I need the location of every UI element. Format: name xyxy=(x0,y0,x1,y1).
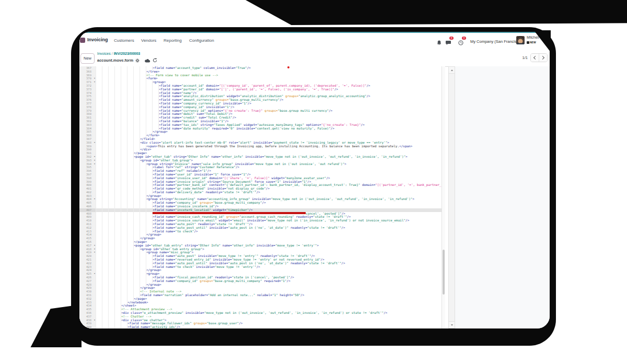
fold-marker-icon[interactable]: ▾ xyxy=(94,272,95,276)
code-line-413[interactable]: 413<field name="to_check"/> xyxy=(79,230,445,233)
code-line-383[interactable]: 383<field name="tax_ids" string="Taxes A… xyxy=(79,123,445,127)
code-line-411[interactable]: 411<field name="auto_post" readonly="sta… xyxy=(79,222,445,226)
code-line-396[interactable]: 396<field name="ref" nolabel="1"/> xyxy=(79,169,445,173)
avatar[interactable] xyxy=(516,36,525,44)
code-line-407[interactable]: 407<field name="incoterm_location" widge… xyxy=(79,208,445,212)
code-line-376[interactable]: 376<field name="amount_currency" groups=… xyxy=(79,98,445,102)
code-line-412[interactable]: 412<field name="auto_post_until" invisib… xyxy=(79,226,445,230)
code-line-428[interactable]: 428</group> xyxy=(79,283,445,287)
code-line-426[interactable]: 426<field name="fiscal_position_id" read… xyxy=(79,276,445,279)
code-line-393[interactable]: 393▾<group id="other_tab_group"> xyxy=(79,159,445,162)
code-line-370[interactable]: 370▾<form> xyxy=(79,77,445,80)
code-line-404[interactable]: 404▾<group string="Accounting" name="acc… xyxy=(79,197,445,201)
code-line-418[interactable]: 418▾<group id="other_tab_entry_group"> xyxy=(79,248,445,251)
code-line-430[interactable]: 430<!-- Internal note --> xyxy=(79,290,445,293)
odoo-logo[interactable] xyxy=(80,38,85,43)
pager-previous-button[interactable] xyxy=(531,54,539,62)
code-line-409[interactable]: 409<field name="invoice_cash_rounding_id… xyxy=(79,215,445,219)
code-line-415[interactable]: 415</group> xyxy=(79,237,445,240)
code-line-403[interactable]: 403</group> xyxy=(79,194,445,198)
menu-customers[interactable]: Customers xyxy=(114,38,134,43)
code-line-400[interactable]: 400<field name="partner_bank_id" context… xyxy=(79,183,445,187)
cloud-save-icon[interactable] xyxy=(145,55,150,65)
fold-marker-icon[interactable]: ▾ xyxy=(94,248,95,251)
code-line-414[interactable]: 414</group> xyxy=(79,233,445,237)
code-line-395[interactable]: 395<label for="ref" string="Customer Ref… xyxy=(79,166,445,169)
company-switcher[interactable]: My Company (San Francisco) xyxy=(470,39,522,44)
code-line-380[interactable]: 380<field name="debit" sum="Total Debit"… xyxy=(79,112,445,116)
code-line-401[interactable]: 401<field name="qr_code_method" invisibl… xyxy=(79,187,445,191)
code-line-416[interactable]: 416</page> xyxy=(79,240,445,244)
fold-marker-icon[interactable]: ▾ xyxy=(94,159,95,162)
xml-code-editor[interactable]: 367<field name="account_type" column_inv… xyxy=(79,66,445,328)
code-line-425[interactable]: 425▾<group> xyxy=(79,272,445,276)
code-line-405[interactable]: 405<field name="company_id" groups="base… xyxy=(79,201,445,205)
code-line-382[interactable]: 382<field name="balance" invisible="1"/> xyxy=(79,120,445,123)
code-line-438[interactable]: 438▾<div class="oe_chatter"> xyxy=(79,319,445,322)
code-line-378[interactable]: 378<field name="company_id" invisible="1… xyxy=(79,105,445,109)
scroll-up-icon[interactable] xyxy=(449,67,455,74)
code-line-427[interactable]: 427<field name="company_id" groups="base… xyxy=(79,279,445,283)
code-line-420[interactable]: 420<field name="auto_post" invisible="mo… xyxy=(79,254,445,258)
code-line-369[interactable]: 369<!-- Form view to cover mobile use --… xyxy=(79,74,445,77)
code-line-419[interactable]: 419▾<group name="misc_group"> xyxy=(79,251,445,254)
code-line-408[interactable]: 408cancel', 'posted']"/> xyxy=(79,212,445,216)
code-line-399[interactable]: 399<field name="invoice_origin" string="… xyxy=(79,180,445,184)
code-line-388[interactable]: 388▾<div class="alert alert-info text-ce… xyxy=(79,141,445,145)
code-line-387[interactable]: 387</field> xyxy=(79,137,445,141)
code-line-372[interactable]: 372<field name="account_id" domain="[('c… xyxy=(79,84,445,88)
code-line-436[interactable]: 436<div class="o_attachment_preview" inv… xyxy=(79,311,445,315)
code-line-423[interactable]: 423<field name="to_check" invisible="mov… xyxy=(79,265,445,269)
menu-configuration[interactable]: Configuration xyxy=(189,38,214,43)
code-line-402[interactable]: 402<field name="delivery_date" readonly=… xyxy=(79,191,445,194)
code-line-434[interactable]: 434</sheet> xyxy=(79,304,445,308)
code-line-406[interactable]: 406<field name="invoice_incoterm_id"/> xyxy=(79,205,445,208)
bell-icon[interactable] xyxy=(437,38,442,48)
fold-marker-icon[interactable]: ▾ xyxy=(94,319,95,322)
code-line-390[interactable]: 390</div> xyxy=(79,148,445,151)
code-line-410[interactable]: 410<field name="invoice_source_email" wi… xyxy=(79,219,445,222)
code-line-367[interactable]: 367<field name="account_type" column_inv… xyxy=(79,66,445,70)
menu-reporting[interactable]: Reporting xyxy=(164,38,182,43)
discard-icon[interactable] xyxy=(153,55,157,65)
code-line-429[interactable]: 429</group> xyxy=(79,286,445,290)
code-line-424[interactable]: 424</group> xyxy=(79,268,445,272)
fold-marker-icon[interactable]: ▾ xyxy=(94,141,95,145)
breadcrumb-invoices[interactable]: Invoices xyxy=(97,52,111,55)
clock-icon[interactable]: 0 xyxy=(458,38,463,48)
code-line-386[interactable]: 386</form> xyxy=(79,134,445,137)
code-line-431[interactable]: 431<field name="narration" placeholder="… xyxy=(79,293,445,297)
code-line-439[interactable]: 439<field name="message_follower_ids" gr… xyxy=(79,322,445,325)
code-line-392[interactable]: 392▾<page id="other_tab" string="Other I… xyxy=(79,155,445,159)
code-line-433[interactable]: 433</notebook> xyxy=(79,301,445,304)
code-line-437[interactable]: 437<!-- Chatter --> xyxy=(79,315,445,319)
code-line-394[interactable]: 394▾<group string="Invoice" name="sale_i… xyxy=(79,162,445,166)
fold-marker-icon[interactable]: ▾ xyxy=(94,162,95,166)
code-line-375[interactable]: 375<field name="analytic_distribution" w… xyxy=(79,95,445,98)
code-line-422[interactable]: 422<field name="auto_post_until" invisib… xyxy=(79,262,445,265)
code-line-391[interactable]: 391</page> xyxy=(79,151,445,155)
code-line-440[interactable]: 440<field name="activity_ids"/> xyxy=(79,325,445,328)
code-line-398[interactable]: 398<field name="invoice_user_id" domain=… xyxy=(79,177,445,180)
editor-scrollbar-thumb[interactable] xyxy=(443,250,445,294)
code-line-397[interactable]: 397<field name="user_id" invisible="1" f… xyxy=(79,173,445,177)
code-line-417[interactable]: 417▾<page id="other_tab_entry" string="O… xyxy=(79,244,445,248)
fold-marker-icon[interactable]: ▾ xyxy=(94,244,95,248)
code-line-435[interactable]: 435<!-- Attachment preview --> xyxy=(79,308,445,311)
editor-scrollbar[interactable] xyxy=(442,66,445,328)
app-name[interactable]: Invoicing xyxy=(87,37,108,42)
code-line-432[interactable]: 432</page> xyxy=(79,297,445,301)
pager-next-button[interactable] xyxy=(539,54,547,62)
code-line-384[interactable]: 384<field name="date_maturity" required=… xyxy=(79,127,445,131)
scroll-down-icon[interactable] xyxy=(449,321,455,328)
code-line-421[interactable]: 421<field name="reversed_entry_id" invis… xyxy=(79,258,445,262)
fold-marker-icon[interactable]: ▾ xyxy=(94,155,95,159)
new-button[interactable]: New xyxy=(80,53,95,64)
user-name[interactable]: Mitchell xyxy=(527,36,539,39)
chat-icon[interactable]: 0 xyxy=(446,38,451,48)
gear-icon[interactable] xyxy=(135,55,140,65)
fold-marker-icon[interactable]: ▾ xyxy=(94,77,95,80)
code-line-381[interactable]: 381<field name="credit" sum="Total Credi… xyxy=(79,116,445,120)
code-line-368[interactable]: 368</tree> xyxy=(79,70,445,74)
fold-marker-icon[interactable]: ▾ xyxy=(94,251,95,254)
